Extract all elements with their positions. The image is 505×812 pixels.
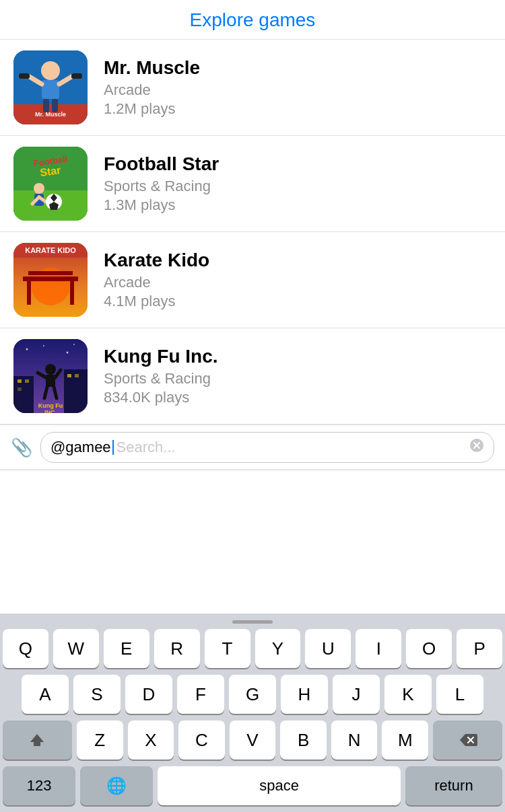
svg-text:Kung Fu: Kung Fu (38, 402, 63, 409)
game-plays: 1.2M plays (104, 100, 200, 118)
svg-point-32 (43, 345, 44, 346)
svg-rect-35 (13, 376, 34, 413)
game-item-football-star[interactable]: Football Star Football Star Sports & Rac… (0, 136, 505, 232)
game-name: Karate Kido (104, 250, 209, 271)
svg-rect-7 (71, 73, 82, 79)
attach-icon[interactable]: 📎 (11, 437, 32, 458)
key-b[interactable]: B (280, 721, 327, 760)
keyboard-row-3: Z X C V B N M (3, 721, 502, 760)
key-i[interactable]: I (356, 629, 401, 668)
key-k[interactable]: K (384, 675, 432, 714)
key-u[interactable]: U (305, 629, 351, 668)
svg-point-15 (34, 183, 44, 194)
key-d[interactable]: D (125, 675, 172, 714)
svg-rect-6 (19, 73, 30, 79)
search-cursor (112, 440, 114, 455)
game-list: Mr. Muscle Mr. Muscle Arcade 1.2M plays … (0, 40, 505, 425)
game-plays: 4.1M plays (104, 293, 209, 310)
key-delete[interactable] (433, 721, 502, 760)
search-placeholder: Search... (116, 439, 176, 456)
keyboard: Q W E R T Y U I O P A S D F G H J K L Z … (0, 614, 505, 812)
svg-rect-3 (42, 80, 59, 99)
game-info-football-star: Football Star Sports & Racing 1.3M plays (104, 153, 219, 214)
game-thumbnail-mr-muscle: Mr. Muscle (13, 50, 88, 124)
key-space[interactable]: space (158, 766, 401, 805)
game-item-mr-muscle[interactable]: Mr. Muscle Mr. Muscle Arcade 1.2M plays (0, 40, 505, 136)
svg-point-2 (41, 61, 60, 80)
svg-rect-8 (43, 99, 49, 112)
svg-rect-26 (23, 276, 78, 281)
key-a[interactable]: A (22, 675, 69, 714)
key-y[interactable]: Y (255, 629, 301, 668)
key-t[interactable]: T (205, 629, 250, 668)
game-info-mr-muscle: Mr. Muscle Arcade 1.2M plays (104, 57, 200, 118)
svg-rect-9 (52, 99, 58, 112)
key-w[interactable]: W (53, 629, 99, 668)
key-c[interactable]: C (178, 721, 225, 760)
svg-rect-40 (67, 374, 71, 377)
key-n[interactable]: N (331, 721, 378, 760)
key-g[interactable]: G (229, 675, 276, 714)
svg-text:KARATE KIDO: KARATE KIDO (25, 246, 76, 254)
key-f[interactable]: F (177, 675, 224, 714)
keyboard-row-1: Q W E R T Y U I O P (3, 629, 502, 668)
key-globe[interactable]: 🌐 (80, 766, 153, 805)
game-category: Arcade (104, 81, 200, 99)
game-name: Kung Fu Inc. (104, 346, 218, 367)
game-thumbnail-karate-kido: KARATE KIDO (13, 243, 88, 317)
game-category: Sports & Racing (104, 178, 219, 195)
game-category: Sports & Racing (104, 370, 218, 387)
svg-rect-25 (70, 278, 74, 305)
key-l[interactable]: L (436, 675, 483, 714)
svg-point-34 (73, 344, 75, 345)
key-s[interactable]: S (73, 675, 121, 714)
key-shift[interactable] (3, 721, 72, 760)
keyboard-row-bottom: 123 🌐 space return (3, 766, 502, 812)
game-item-karate-kido[interactable]: KARATE KIDO Karate Kido Arcade 4.1M play… (0, 232, 505, 328)
svg-text:INC.: INC. (44, 409, 57, 413)
svg-rect-38 (25, 379, 29, 383)
svg-rect-37 (18, 379, 22, 383)
search-bar-container: 📎 @gamee Search... (0, 425, 505, 470)
key-m[interactable]: M (382, 721, 428, 760)
key-v[interactable]: V (230, 721, 276, 760)
game-info-kung-fu-inc: Kung Fu Inc. Sports & Racing 834.0K play… (104, 346, 218, 406)
game-item-kung-fu-inc[interactable]: Kung Fu INC. Kung Fu Inc. Sports & Racin… (0, 328, 505, 425)
svg-point-31 (26, 348, 28, 350)
svg-marker-53 (30, 734, 44, 746)
keyboard-row-2: A S D F G H J K L (3, 675, 502, 714)
header: Explore games (0, 0, 505, 40)
key-return[interactable]: return (405, 766, 502, 805)
game-info-karate-kido: Karate Kido Arcade 4.1M plays (104, 250, 209, 310)
key-p[interactable]: P (457, 629, 502, 668)
svg-rect-41 (75, 374, 79, 377)
svg-text:Mr. Muscle: Mr. Muscle (35, 111, 66, 118)
key-r[interactable]: R (154, 629, 200, 668)
game-category: Arcade (104, 274, 209, 291)
svg-point-42 (45, 364, 56, 375)
search-prefix: @gamee (50, 439, 111, 456)
keyboard-handle (232, 620, 273, 624)
game-plays: 834.0K plays (104, 389, 218, 406)
svg-rect-24 (27, 278, 31, 305)
search-clear-icon[interactable] (469, 438, 484, 457)
key-numbers[interactable]: 123 (3, 766, 75, 805)
svg-rect-39 (18, 387, 22, 391)
game-name: Football Star (104, 153, 219, 175)
game-plays: 1.3M plays (104, 196, 219, 214)
key-h[interactable]: H (281, 675, 328, 714)
key-z[interactable]: Z (77, 721, 123, 760)
key-q[interactable]: Q (3, 629, 48, 668)
key-j[interactable]: J (333, 675, 380, 714)
search-input-wrapper[interactable]: @gamee Search... (40, 432, 494, 463)
game-thumbnail-kung-fu-inc: Kung Fu INC. (13, 339, 88, 413)
key-e[interactable]: E (104, 629, 149, 668)
game-thumbnail-football-star: Football Star (13, 147, 88, 221)
key-x[interactable]: X (128, 721, 174, 760)
svg-rect-27 (28, 271, 73, 275)
svg-point-33 (67, 352, 69, 354)
page-title: Explore games (190, 9, 316, 30)
game-name: Mr. Muscle (104, 57, 200, 79)
key-o[interactable]: O (406, 629, 452, 668)
